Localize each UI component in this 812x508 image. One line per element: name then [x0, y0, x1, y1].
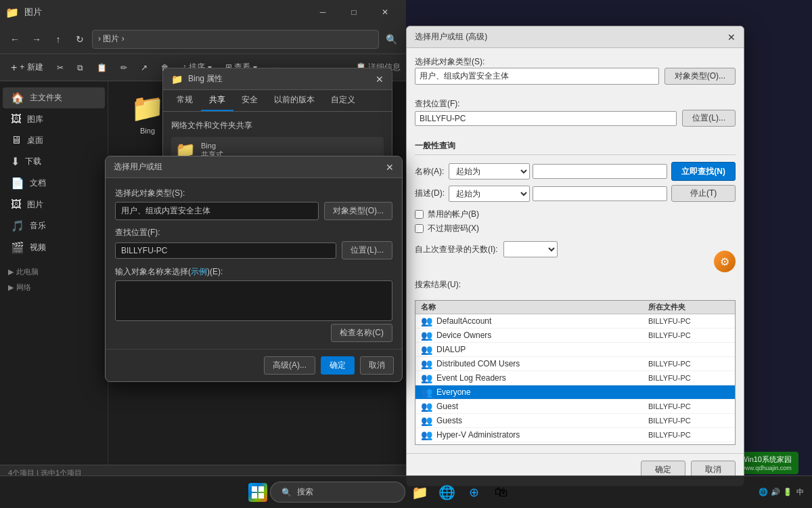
adv-desc-input[interactable]	[533, 186, 667, 201]
new-icon: +	[11, 62, 17, 74]
tab-share[interactable]: 共享	[201, 90, 233, 111]
address-text: › 图片 ›	[98, 33, 125, 45]
advanced-btn[interactable]: 高级(A)...	[264, 356, 315, 375]
sidebar-section-pc[interactable]: ▶ 此电脑	[0, 264, 108, 280]
result-row-everyone[interactable]: 👥 Everyone	[415, 385, 735, 400]
result-row-guests[interactable]: 👥 Guests BILLYFU-PC	[415, 414, 735, 428]
adv-name-filter[interactable]: 起始为	[449, 163, 530, 179]
adv-object-type-btn[interactable]: 对象类型(O)...	[664, 68, 736, 85]
sidebar-downloads-label: 下载	[25, 156, 41, 167]
paste-button[interactable]: 📋	[91, 60, 112, 75]
new-label: + 新建	[20, 62, 43, 73]
adv-name-label: 名称(A):	[415, 166, 445, 177]
sidebar-item-videos[interactable]: 🎬 视频	[3, 237, 105, 258]
sidebar-item-home[interactable]: 🏠 主文件夹	[3, 87, 105, 108]
search-bar[interactable]: 🔍 搜索	[270, 482, 405, 503]
back-button[interactable]: ←	[5, 30, 24, 49]
adv-location-btn[interactable]: 位置(L)...	[682, 110, 736, 127]
location-btn[interactable]: 位置(L)...	[342, 241, 392, 259]
tab-general[interactable]: 常规	[168, 90, 201, 111]
dialog-advanced-title-bar: 选择用户或组 (高级) ✕	[407, 26, 744, 48]
object-name-input[interactable]	[115, 280, 392, 321]
dialog-bing-close[interactable]: ✕	[376, 74, 384, 85]
new-button[interactable]: + + 新建	[5, 59, 49, 77]
disabled-account-check[interactable]	[415, 210, 424, 219]
search-button[interactable]: 🔍	[382, 30, 401, 49]
up-button[interactable]: ↑	[49, 30, 68, 49]
dialog-select-user-close[interactable]: ✕	[386, 162, 394, 173]
result-row-device-owners[interactable]: 👥 Device Owners BILLYFU-PC	[415, 329, 735, 343]
sidebar-item-pictures[interactable]: 🖼 图片	[3, 194, 105, 215]
object-type-group: 选择此对象类型(S): 用户、组或内置安全主体 对象类型(O)...	[115, 188, 392, 220]
example-link[interactable]: 示例	[191, 267, 207, 276]
check-names-btn[interactable]: 检查名称(C)	[331, 324, 392, 342]
pictures-icon: 🖼	[11, 198, 22, 211]
close-button[interactable]: ✕	[369, 0, 401, 24]
object-type-value: 用户、组或内置安全主体	[115, 202, 319, 220]
search-animation-icon: ⚙	[714, 251, 736, 272]
svg-rect-0	[252, 486, 257, 492]
copy-button[interactable]: ⧉	[72, 60, 89, 75]
adv-search-btn[interactable]: 立即查找(N)	[671, 162, 736, 181]
result-row-hyperv[interactable]: 👥 Hyper-V Administrators BILLYFU-PC	[415, 428, 735, 442]
input-row	[115, 280, 392, 321]
sidebar-item-music[interactable]: 🎵 音乐	[3, 215, 105, 236]
adv-desc-filter[interactable]: 起始为	[449, 186, 530, 202]
taskbar-explorer-icon[interactable]: 📁	[408, 480, 432, 505]
forward-button[interactable]: →	[27, 30, 46, 49]
adv-noexpiry-checkbox[interactable]: 不过期密码(X)	[415, 223, 736, 234]
result-row-distributed-com[interactable]: 👥 Distributed COM Users BILLYFU-PC	[415, 357, 735, 371]
sidebar-item-desktop[interactable]: 🖥 桌面	[3, 130, 105, 150]
user-group-icon-9: 👥	[421, 429, 432, 440]
result-row-dialup[interactable]: 👥 DIALUP	[415, 343, 735, 357]
adv-checkboxes: 禁用的帐户(B) 不过期密码(X)	[415, 209, 736, 234]
sidebar-item-documents[interactable]: 📄 文档	[3, 173, 105, 194]
maximize-button[interactable]: □	[338, 0, 369, 24]
folder-title-icon: 📁	[171, 74, 183, 85]
svg-rect-2	[252, 493, 257, 499]
user-group-icon-4: 👥	[421, 358, 432, 369]
watermark-title: Win10系统家园	[741, 454, 792, 465]
sidebar-item-downloads[interactable]: ⬇ 下载	[3, 151, 105, 172]
tab-custom[interactable]: 自定义	[323, 90, 363, 111]
rename-button[interactable]: ✏	[115, 60, 133, 75]
adv-stop-btn[interactable]: 停止(T)	[671, 185, 736, 202]
adv-disabled-account-checkbox[interactable]: 禁用的帐户(B)	[415, 209, 736, 220]
tab-security[interactable]: 安全	[233, 90, 266, 111]
location-label: 查找位置(F):	[115, 227, 392, 238]
result-row-guest[interactable]: 👥 Guest BILLYFU-PC	[415, 400, 735, 414]
cut-button[interactable]: ✂	[51, 60, 69, 75]
sidebar-item-gallery[interactable]: 🖼 图库	[3, 109, 105, 129]
address-bar[interactable]: › 图片 ›	[92, 30, 379, 49]
ok-btn[interactable]: 确定	[321, 356, 355, 375]
taskbar-edge-icon[interactable]: ⊕	[462, 480, 487, 505]
result-row-iis[interactable]: 👥 IIS_IUSRS BILLYFU-PC	[415, 442, 735, 445]
object-type-label: 选择此对象类型(S):	[115, 188, 392, 199]
gallery-icon: 🖼	[11, 113, 22, 125]
results-col-name: 名称	[421, 302, 644, 312]
sidebar: 🏠 主文件夹 🖼 图库 🖥 桌面 ⬇ 下载 📄 文档 🖼 图片	[0, 81, 108, 465]
refresh-button[interactable]: ↻	[70, 30, 89, 49]
svg-rect-3	[258, 493, 264, 499]
minimize-button[interactable]: ─	[307, 0, 338, 24]
sidebar-section-network[interactable]: ▶ 网络	[0, 280, 108, 295]
result-row-event-log[interactable]: 👥 Event Log Readers BILLYFU-PC	[415, 371, 735, 385]
adv-location-row: BILLYFU-PC 位置(L)...	[415, 110, 736, 127]
noexpiry-check[interactable]	[415, 224, 424, 233]
sidebar-network-label: 网络	[16, 282, 31, 293]
tab-previous[interactable]: 以前的版本	[266, 90, 323, 111]
system-tray: 🌐 🔊 🔋	[759, 488, 792, 496]
object-type-btn[interactable]: 对象类型(O)...	[324, 202, 392, 220]
sidebar-pc-label: 此电脑	[16, 267, 39, 277]
cancel-btn[interactable]: 取消	[360, 356, 394, 375]
folder-icon: 📁	[131, 92, 164, 124]
result-row-defaultaccount[interactable]: 👥 DefaultAccount BILLYFU-PC	[415, 314, 735, 329]
user-group-icon-8: 👥	[421, 415, 432, 426]
share-button[interactable]: ↗	[135, 60, 153, 75]
dialog-advanced-close[interactable]: ✕	[727, 32, 736, 43]
adv-name-input[interactable]	[533, 164, 667, 179]
start-button[interactable]	[248, 483, 267, 502]
taskbar-browser-icon[interactable]: 🌐	[435, 480, 459, 505]
taskbar-store-icon[interactable]: 🛍	[489, 480, 514, 505]
location-row: BILLYFU-PC 位置(L)...	[115, 241, 392, 259]
